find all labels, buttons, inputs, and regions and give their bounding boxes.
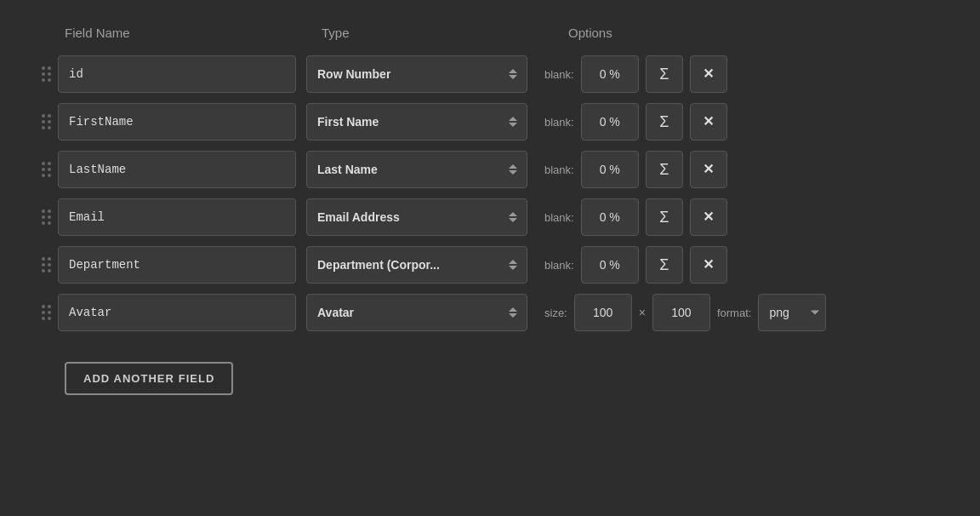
avatar-type-select[interactable]: Avatar: [306, 294, 527, 331]
header-type: Type: [322, 26, 551, 40]
close-icon: ✕: [703, 67, 714, 81]
row-firstname-close-button[interactable]: ✕: [690, 103, 727, 140]
close-icon: ✕: [703, 163, 714, 176]
row-email-blank-label: blank:: [544, 211, 574, 224]
row-department-sigma-button[interactable]: Σ: [646, 246, 683, 284]
row-firstname-field-name-input[interactable]: [58, 103, 296, 140]
drag-dots-row-id: [42, 66, 51, 82]
avatar-format-label: format:: [717, 307, 751, 319]
row-lastname-sigma-button[interactable]: Σ: [646, 151, 683, 188]
row-email-field-name-input[interactable]: [58, 198, 296, 236]
row-department-field-name-input[interactable]: [58, 246, 296, 284]
row-firstname-type-wrapper: First Name: [306, 103, 527, 140]
row-id-type-select[interactable]: Row Number: [306, 55, 527, 93]
header-options: Options: [568, 26, 612, 40]
drag-handle-row-email[interactable]: [34, 209, 58, 225]
row-lastname-blank-label: blank:: [544, 163, 574, 176]
table-header: Field Name Type Options: [34, 26, 946, 40]
row-email-type-wrapper: Email Address: [306, 198, 527, 236]
row-email-sigma-button[interactable]: Σ: [646, 198, 683, 236]
close-icon: ✕: [703, 115, 714, 129]
row-lastname-blank-value[interactable]: [581, 151, 639, 188]
row-id-blank-label: blank:: [544, 68, 574, 81]
row-department-type-select[interactable]: Department (Corpor...: [306, 246, 527, 284]
close-icon: ✕: [703, 210, 714, 224]
fields-container: Row Number blank: Σ ✕: [34, 55, 946, 284]
avatar-row: Avatar size: × format: png jpg gif webp: [34, 294, 946, 331]
row-email-close-button[interactable]: ✕: [690, 198, 727, 236]
avatar-format-select[interactable]: png jpg gif webp: [758, 294, 826, 331]
row-id-type-wrapper: Row Number: [306, 55, 527, 93]
drag-dots-row-firstname: [42, 114, 51, 129]
drag-dots-row-lastname: [42, 162, 51, 177]
drag-dots-row-email: [42, 209, 51, 225]
avatar-options: size: × format: png jpg gif webp: [544, 294, 826, 331]
row-lastname-field-name-input[interactable]: [58, 151, 296, 188]
row-lastname-type-wrapper: Last Name: [306, 151, 527, 188]
row-department-close-button[interactable]: ✕: [690, 246, 727, 284]
avatar-type-wrapper: Avatar: [306, 294, 527, 331]
avatar-width-input[interactable]: [574, 294, 632, 331]
row-email-blank-value[interactable]: [581, 198, 639, 236]
add-field-button[interactable]: ADD ANOTHER FIELD: [65, 362, 233, 395]
row-id-close-button[interactable]: ✕: [690, 55, 727, 93]
row-department-blank-value[interactable]: [581, 246, 639, 284]
avatar-format-wrapper: png jpg gif webp: [758, 294, 826, 331]
avatar-size-label: size:: [544, 307, 567, 319]
row-id-field-name-input[interactable]: [58, 55, 296, 93]
avatar-height-input[interactable]: [652, 294, 710, 331]
row-email-options: blank: Σ ✕: [544, 198, 727, 236]
row-department-row: Department (Corpor... blank: Σ ✕: [34, 246, 946, 284]
add-field-area: ADD ANOTHER FIELD: [34, 341, 946, 395]
avatar-size-x: ×: [639, 306, 646, 319]
row-id-sigma-button[interactable]: Σ: [646, 55, 683, 93]
row-firstname-options: blank: Σ ✕: [544, 103, 727, 140]
row-lastname-close-button[interactable]: ✕: [690, 151, 727, 188]
header-field-name: Field Name: [65, 26, 311, 40]
drag-dots-row-department: [42, 257, 51, 272]
drag-handle-row-id[interactable]: [34, 66, 58, 82]
row-firstname-row: First Name blank: Σ ✕: [34, 103, 946, 140]
row-email-type-select[interactable]: Email Address: [306, 198, 527, 236]
row-department-blank-label: blank:: [544, 259, 574, 272]
row-firstname-type-select[interactable]: First Name: [306, 103, 527, 140]
drag-handle-row-department[interactable]: [34, 257, 58, 272]
row-firstname-blank-value[interactable]: [581, 103, 639, 140]
close-icon: ✕: [703, 258, 714, 272]
drag-dots-avatar: [42, 305, 51, 320]
row-id-row: Row Number blank: Σ ✕: [34, 55, 946, 93]
drag-handle-avatar[interactable]: [34, 305, 58, 320]
row-id-blank-value[interactable]: [581, 55, 639, 93]
row-email-row: Email Address blank: Σ ✕: [34, 198, 946, 236]
row-department-type-wrapper: Department (Corpor...: [306, 246, 527, 284]
avatar-field-name-input[interactable]: [58, 294, 296, 331]
row-lastname-options: blank: Σ ✕: [544, 151, 727, 188]
row-lastname-row: Last Name blank: Σ ✕: [34, 151, 946, 188]
drag-handle-row-lastname[interactable]: [34, 162, 58, 177]
row-department-options: blank: Σ ✕: [544, 246, 727, 284]
drag-handle-row-firstname[interactable]: [34, 114, 58, 129]
row-lastname-type-select[interactable]: Last Name: [306, 151, 527, 188]
row-firstname-blank-label: blank:: [544, 116, 574, 129]
row-id-options: blank: Σ ✕: [544, 55, 727, 93]
row-firstname-sigma-button[interactable]: Σ: [646, 103, 683, 140]
